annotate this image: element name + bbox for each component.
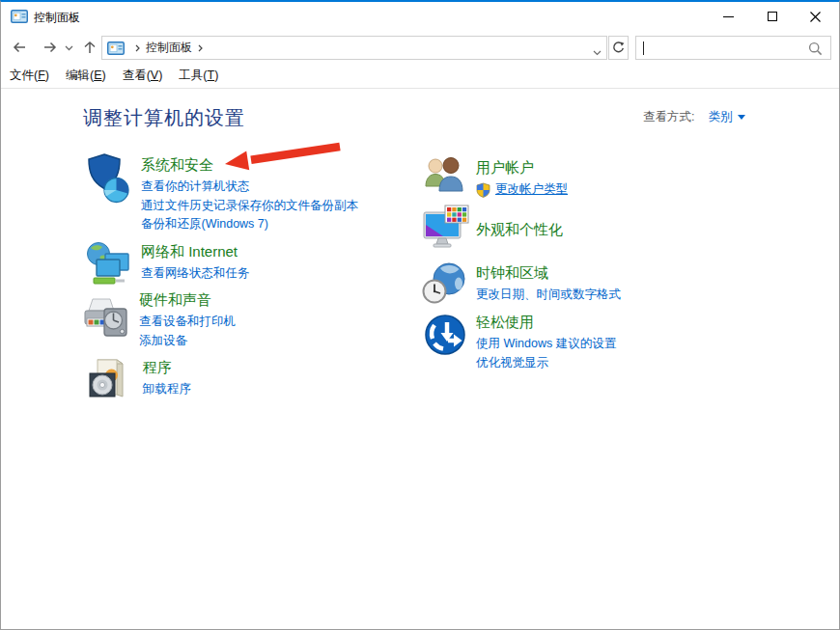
view-by-value: 类别 (708, 109, 732, 125)
view-by-control: 查看方式: 类别 (643, 109, 745, 125)
minimize-icon (723, 16, 734, 17)
menu-label-part: ) (214, 68, 218, 82)
menu-view[interactable]: 查看(V) (123, 68, 163, 84)
title-bar: 控制面板 (1, 2, 839, 31)
menu-bar: 文件(F) 编辑(E) 查看(V) 工具(T) (1, 64, 839, 89)
network-globe-monitors-icon[interactable] (84, 241, 132, 295)
category-title-link[interactable]: 系统和安全 (141, 156, 358, 175)
category-user-accounts: 用户帐户 更改帐户类型 (422, 154, 568, 203)
category-ease-of-access: 轻松使用 使用 Windows 建议的设置 优化视觉显示 (422, 312, 616, 372)
category-hardware-and-sound: 硬件和声音 查看设备和打印机 添加设备 (82, 293, 236, 350)
task-link[interactable]: 卸载程序 (143, 380, 191, 399)
search-icon[interactable] (808, 41, 823, 56)
address-bar[interactable]: 控制面板 (101, 36, 607, 60)
maximize-icon (768, 12, 777, 21)
task-link[interactable]: 查看你的计算机状态 (141, 178, 358, 197)
category-title-link[interactable]: 时钟和区域 (476, 264, 621, 283)
menu-label-part: 文件( (10, 68, 38, 82)
task-link[interactable]: 更改帐户类型 (495, 180, 568, 200)
menu-label-part: 工具( (179, 68, 207, 82)
minimize-button[interactable] (707, 2, 750, 31)
category-title-link[interactable]: 网络和 Internet (141, 243, 250, 261)
menu-label-part: ) (102, 68, 106, 82)
view-by-dropdown[interactable]: 类别 (708, 109, 745, 125)
breadcrumb-control-panel[interactable]: 控制面板 (146, 40, 192, 56)
menu-label-part: ) (158, 68, 162, 82)
menu-accelerator: E (94, 68, 101, 82)
menu-accelerator: F (38, 68, 45, 82)
category-title-link[interactable]: 轻松使用 (476, 314, 616, 332)
category-title-link[interactable]: 用户帐户 (476, 159, 568, 178)
menu-label-part: 查看( (123, 68, 151, 82)
close-icon (810, 12, 821, 22)
task-link[interactable]: 使用 Windows 建议的设置 (476, 335, 616, 354)
control-panel-icon (107, 41, 125, 55)
up-icon[interactable] (82, 41, 98, 55)
globe-clock-icon[interactable] (422, 260, 466, 311)
uac-shield-icon (476, 182, 490, 198)
close-button[interactable] (794, 2, 837, 31)
category-network-and-internet: 网络和 Internet 查看网络状态和任务 (84, 241, 250, 295)
window-title: 控制面板 (34, 10, 80, 26)
navigation-toolbar: 控制面板 (1, 31, 839, 64)
two-users-icon[interactable] (422, 154, 466, 203)
category-title-link[interactable]: 程序 (143, 359, 191, 377)
menu-accelerator: V (151, 68, 158, 82)
menu-label-part: 编辑( (66, 68, 94, 82)
task-link[interactable]: 备份和还原(Windows 7) (141, 215, 358, 234)
monitor-palette-icon[interactable] (422, 205, 466, 259)
menu-tools[interactable]: 工具(T) (179, 68, 218, 84)
search-input[interactable] (644, 37, 805, 59)
task-link[interactable]: 更改日期、时间或数字格式 (476, 286, 621, 305)
task-link[interactable]: 通过文件历史记录保存你的文件备份副本 (141, 197, 358, 216)
back-icon[interactable] (12, 41, 27, 54)
task-link[interactable]: 查看设备和打印机 (139, 313, 236, 332)
printer-speaker-icon[interactable] (82, 293, 130, 350)
security-shield-icon[interactable] (84, 151, 132, 234)
category-title-link[interactable]: 硬件和声音 (139, 291, 236, 310)
menu-edit[interactable]: 编辑(E) (66, 68, 106, 84)
breadcrumb-chevron-icon[interactable] (135, 44, 140, 52)
category-title-link[interactable]: 外观和个性化 (476, 221, 563, 239)
category-system-and-security: 系统和安全 查看你的计算机状态 通过文件历史记录保存你的文件备份副本 备份和还原… (84, 151, 358, 234)
view-by-label: 查看方式: (643, 109, 694, 125)
control-panel-icon (11, 10, 28, 23)
chevron-down-icon (738, 115, 745, 120)
control-panel-window: 控制面板 (0, 0, 840, 630)
control-panel-home: 调整计算机的设置 查看方式: 类别 系统和安全 查看你的计算机状态 通过文件历史… (1, 89, 839, 629)
refresh-icon (612, 41, 625, 54)
category-appearance-and-personalization: 外观和个性化 (422, 205, 563, 259)
menu-label-part: ) (45, 68, 49, 82)
menu-file[interactable]: 文件(F) (10, 68, 49, 84)
category-programs: 程序 卸载程序 (86, 356, 191, 408)
task-link[interactable]: 查看网络状态和任务 (141, 264, 250, 284)
recent-pages-icon[interactable] (65, 45, 73, 51)
address-dropdown-icon[interactable] (593, 45, 602, 59)
task-link[interactable]: 优化视觉显示 (476, 354, 616, 373)
breadcrumb-chevron-icon[interactable] (198, 44, 203, 52)
search-box[interactable] (635, 36, 831, 60)
page-title: 调整计算机的设置 (83, 105, 245, 131)
software-box-cd-icon[interactable] (86, 356, 134, 408)
refresh-button[interactable] (608, 36, 629, 60)
category-clock-and-region: 时钟和区域 更改日期、时间或数字格式 (422, 260, 621, 311)
forward-icon[interactable] (42, 41, 58, 54)
task-link[interactable]: 添加设备 (139, 332, 236, 351)
ease-of-access-icon[interactable] (422, 312, 466, 372)
maximize-button[interactable] (750, 2, 794, 31)
